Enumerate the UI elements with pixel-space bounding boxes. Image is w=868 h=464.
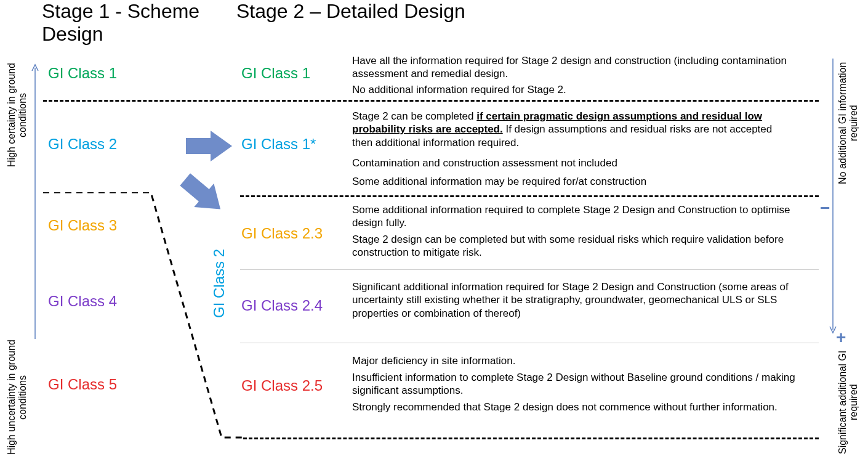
desc-class1-b: No additional information required for S… — [352, 83, 795, 96]
plus-icon: + — [836, 328, 846, 348]
arrow-down-right-icon — [180, 169, 226, 219]
stage1-class-2: GI Class 2 — [48, 136, 117, 153]
desc-class1star-b: Contamination and construction assessmen… — [352, 157, 795, 169]
desc-class2-5-b: Insufficient information to complete Sta… — [352, 371, 795, 397]
desc-class1-a: Have all the information required for St… — [352, 54, 795, 81]
desc-class1star-a-pre: Stage 2 can be completed — [352, 110, 476, 122]
dash-angled-path — [43, 192, 246, 457]
svg-marker-2 — [180, 169, 226, 219]
desc-class2-3-a: Some additional information required to … — [352, 203, 795, 230]
dash-line-2 — [240, 195, 819, 197]
right-axis-arrow-icon — [829, 59, 837, 336]
desc-class2-4-a: Significant additional information requi… — [352, 280, 795, 320]
left-axis-bottom-label: High uncertainty in ground conditions — [6, 339, 29, 456]
stage2-class-1star: GI Class 1* — [241, 136, 316, 153]
right-axis-bottom-label: Significant additional GI required — [837, 342, 860, 462]
right-axis-top-label: No additional GI information required — [837, 59, 860, 188]
stage1-class-1: GI Class 1 — [48, 65, 117, 82]
desc-class1star-c: Some additional information may be requi… — [352, 175, 795, 188]
stage2-title: Stage 2 – Detailed Design — [236, 0, 544, 23]
thin-sep-2 — [240, 343, 819, 343]
svg-marker-1 — [186, 131, 232, 161]
desc-class2-5-c: Strongly recommended that Stage 2 design… — [352, 401, 795, 413]
left-axis-arrow-icon — [31, 62, 39, 339]
desc-class2-3-b: Stage 2 design can be completed but with… — [352, 233, 795, 259]
stage2-class-2-4: GI Class 2.4 — [241, 297, 323, 314]
left-axis-top-label: High certainty in ground conditions — [6, 63, 29, 168]
stage2-class-2-3: GI Class 2.3 — [241, 225, 323, 242]
dash-line-3 — [243, 438, 819, 439]
desc-class2-5-a: Major deficiency in site information. — [352, 354, 795, 367]
dash-line-1 — [43, 100, 819, 102]
stage2-class-1: GI Class 1 — [241, 65, 310, 82]
stage1-title: Stage 1 - Scheme Design — [42, 0, 214, 46]
desc-class1star-a: Stage 2 can be completed if certain prag… — [352, 110, 795, 149]
minus-icon: − — [820, 198, 830, 218]
arrow-right-icon — [186, 131, 232, 161]
thin-sep-1 — [240, 269, 819, 270]
stage2-class-2-5: GI Class 2.5 — [241, 377, 323, 394]
